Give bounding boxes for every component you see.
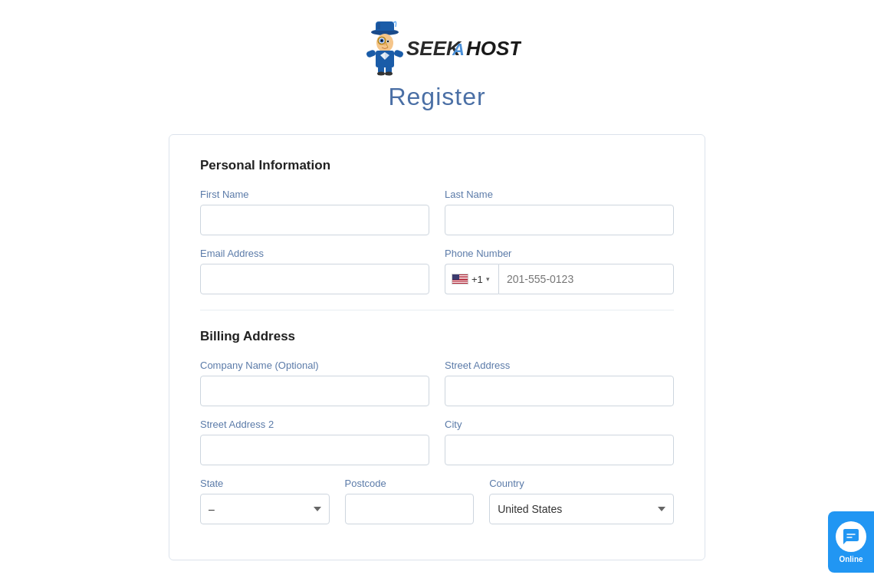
- street-group: Street Address: [445, 360, 674, 406]
- street-input[interactable]: [445, 376, 674, 406]
- company-input[interactable]: [200, 376, 429, 406]
- phone-group: Phone Number +1 ▾: [445, 248, 674, 294]
- email-label: Email Address: [200, 248, 429, 259]
- state-label: State: [200, 478, 330, 489]
- phone-number-input[interactable]: [498, 264, 674, 294]
- logo-container: SEEK A HOST: [353, 15, 521, 77]
- postcode-input[interactable]: [345, 494, 475, 524]
- svg-point-9: [387, 41, 389, 42]
- city-group: City: [445, 419, 674, 465]
- page-title: Register: [0, 83, 874, 111]
- page-wrapper: SEEK A HOST Register Personal Informatio…: [0, 0, 874, 588]
- first-name-label: First Name: [200, 189, 429, 200]
- chat-widget[interactable]: Online: [828, 511, 874, 573]
- first-name-group: First Name: [200, 189, 429, 235]
- svg-rect-16: [393, 49, 404, 58]
- form-card: Personal Information First Name Last Nam…: [169, 134, 705, 560]
- svg-rect-2: [373, 31, 396, 34]
- email-input[interactable]: [200, 264, 429, 294]
- logo-svg: SEEK A HOST: [353, 15, 521, 77]
- company-street-row: Company Name (Optional) Street Address: [200, 360, 674, 406]
- contact-row: Email Address Phone Number +1 ▾: [200, 248, 674, 294]
- last-name-input[interactable]: [445, 205, 674, 235]
- phone-prefix-chevron-down-icon: ▾: [486, 275, 490, 283]
- country-group: Country United States United Kingdom Can…: [489, 478, 674, 524]
- chat-icon: [842, 527, 860, 546]
- first-name-input[interactable]: [200, 205, 429, 235]
- billing-title: Billing Address: [200, 329, 674, 344]
- postcode-label: Postcode: [345, 478, 475, 489]
- street-label: Street Address: [445, 360, 674, 371]
- phone-label: Phone Number: [445, 248, 674, 259]
- last-name-label: Last Name: [445, 189, 674, 200]
- svg-rect-15: [366, 49, 376, 58]
- country-label: Country: [489, 478, 674, 489]
- svg-text:A: A: [452, 40, 465, 59]
- svg-point-7: [381, 40, 383, 41]
- personal-info-title: Personal Information: [200, 158, 674, 173]
- chat-online-label: Online: [839, 555, 863, 563]
- email-group: Email Address: [200, 248, 429, 294]
- city-label: City: [445, 419, 674, 430]
- postcode-group: Postcode: [345, 478, 475, 524]
- street2-city-row: Street Address 2 City: [200, 419, 674, 465]
- phone-input-group: +1 ▾: [445, 264, 674, 294]
- svg-point-19: [377, 72, 385, 76]
- billing-address-section: Billing Address Company Name (Optional) …: [200, 329, 674, 524]
- svg-rect-3: [377, 23, 380, 29]
- personal-info-section: Personal Information First Name Last Nam…: [200, 158, 674, 294]
- header: SEEK A HOST Register: [0, 0, 874, 134]
- chat-widget-icon-container: [836, 521, 866, 552]
- street2-label: Street Address 2: [200, 419, 429, 430]
- name-row: First Name Last Name: [200, 189, 674, 235]
- phone-prefix-selector[interactable]: +1 ▾: [445, 264, 498, 294]
- state-postcode-country-row: State – AL AK AZ CA CO FL GA NY TX: [200, 478, 674, 524]
- country-select[interactable]: United States United Kingdom Canada Aust…: [489, 494, 674, 524]
- city-input[interactable]: [445, 435, 674, 465]
- company-group: Company Name (Optional): [200, 360, 429, 406]
- street2-group: Street Address 2: [200, 419, 429, 465]
- us-flag-icon: [452, 274, 468, 284]
- company-label: Company Name (Optional): [200, 360, 429, 371]
- state-group: State – AL AK AZ CA CO FL GA NY TX: [200, 478, 330, 524]
- svg-text:HOST: HOST: [466, 37, 521, 60]
- section-divider: [200, 310, 674, 310]
- phone-prefix-text: +1: [472, 274, 483, 285]
- svg-point-11: [383, 44, 386, 45]
- state-select[interactable]: – AL AK AZ CA CO FL GA NY TX: [200, 494, 330, 524]
- street2-input[interactable]: [200, 435, 429, 465]
- last-name-group: Last Name: [445, 189, 674, 235]
- svg-point-20: [385, 72, 393, 76]
